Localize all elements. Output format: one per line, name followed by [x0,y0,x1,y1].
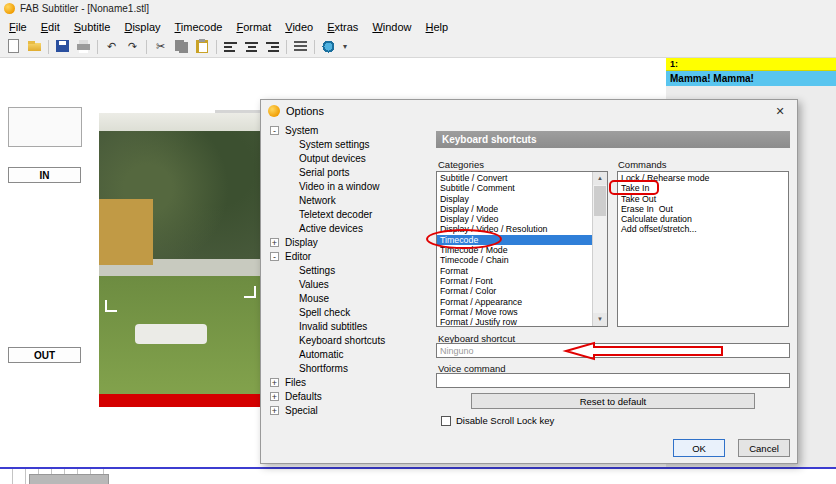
open-file-icon[interactable] [25,38,44,55]
subtitle-rows-icon[interactable] [291,38,310,55]
expand-icon[interactable]: + [270,378,279,387]
tree-item-output-devices[interactable]: Output devices [267,152,435,166]
collapse-icon[interactable]: - [270,126,279,135]
checkbox-icon[interactable] [441,416,451,426]
ok-button[interactable]: OK [673,439,725,457]
menu-item-subtitle[interactable]: Subtitle [67,19,118,35]
category-display[interactable]: Display [437,194,593,204]
tree-item-video-in-a-window[interactable]: Video in a window [267,180,435,194]
voice-command-input[interactable] [436,373,790,388]
video-red-bar [99,394,262,407]
in-button[interactable]: IN [8,167,81,183]
tree-item-system-settings[interactable]: System settings [267,138,435,152]
category-display-video[interactable]: Display / Video [437,214,593,224]
checkbox-label: Disable Scroll Lock key [456,415,554,426]
categories-label: Categories [438,159,484,170]
menu-item-file[interactable]: File [2,19,34,35]
tree-item-network[interactable]: Network [267,194,435,208]
align-center-icon[interactable] [242,38,261,55]
menu-item-extras[interactable]: Extras [320,19,365,35]
category-timecode[interactable]: Timecode [437,235,593,245]
scrollbar-up-icon[interactable]: ▲ [593,172,607,185]
category-format-font[interactable]: Format / Font [437,276,593,286]
expand-icon[interactable]: + [270,406,279,415]
preview-icon[interactable] [319,38,338,55]
scrollbar-thumb[interactable] [594,186,606,216]
menu-item-video[interactable]: Video [278,19,320,35]
category-display-mode[interactable]: Display / Mode [437,204,593,214]
reset-to-default-button[interactable]: Reset to default [471,393,755,409]
tree-item-automatic[interactable]: Automatic [267,348,435,362]
tree-item-keyboard-shortcuts[interactable]: Keyboard shortcuts [267,334,435,348]
print-icon[interactable] [74,38,93,55]
copy-icon[interactable] [172,38,191,55]
tree-item-files[interactable]: +Files [267,376,435,390]
category-timecode-mode[interactable]: Timecode / Mode [437,245,593,255]
subtitle-number[interactable]: 1: [666,58,836,71]
category-subtitle-convert[interactable]: Subtitle / Convert [437,173,593,183]
command-erase-in-out[interactable]: Erase In Out [618,204,788,214]
tree-item-editor[interactable]: -Editor [267,250,435,264]
new-document-icon[interactable] [4,38,23,55]
cancel-button[interactable]: Cancel [738,439,790,457]
tree-item-mouse[interactable]: Mouse [267,292,435,306]
menu-item-window[interactable]: Window [365,19,418,35]
save-icon[interactable] [53,38,72,55]
tree-item-serial-ports[interactable]: Serial ports [267,166,435,180]
category-format-color[interactable]: Format / Color [437,286,593,296]
undo-icon[interactable]: ↶ [102,38,121,55]
category-format-appearance[interactable]: Format / Appearance [437,297,593,307]
tree-item-settings[interactable]: Settings [267,264,435,278]
menu-item-timecode[interactable]: Timecode [168,19,230,35]
category-timecode-chain[interactable]: Timecode / Chain [437,255,593,265]
expand-icon[interactable]: + [270,392,279,401]
command-take-in[interactable]: Take In [618,183,788,193]
timeline-scrollbar[interactable] [29,474,109,484]
tree-item-defaults[interactable]: +Defaults [267,390,435,404]
command-take-out[interactable]: Take Out [618,194,788,204]
categories-scrollbar[interactable]: ▲ ▼ [592,172,607,326]
toolbar: ↶↷✂▾ [0,36,836,58]
paste-icon[interactable] [193,38,212,55]
tree-item-display[interactable]: +Display [267,236,435,250]
menu-item-help[interactable]: Help [419,19,456,35]
align-left-icon[interactable] [221,38,240,55]
tree-item-invalid-subtitles[interactable]: Invalid subtitles [267,320,435,334]
disable-scroll-lock-row[interactable]: Disable Scroll Lock key [441,415,554,426]
collapse-icon[interactable]: - [270,252,279,261]
align-right-icon[interactable] [263,38,282,55]
scrollbar-down-icon[interactable]: ▼ [593,313,607,326]
menu-item-display[interactable]: Display [117,19,167,35]
command-add-offset-stretch[interactable]: Add offset/stretch... [618,224,788,234]
video-house [99,199,153,265]
category-format-move-rows[interactable]: Format / Move rows [437,307,593,317]
keyboard-shortcut-input[interactable] [436,343,790,358]
command-calculate-duration[interactable]: Calculate duration [618,214,788,224]
toolbar-separator [97,40,98,54]
dialog-title-bar[interactable]: Options ✕ [261,100,797,122]
menu-item-edit[interactable]: Edit [34,19,67,35]
tree-item-system[interactable]: -System [267,124,435,138]
category-subtitle-comment[interactable]: Subtitle / Comment [437,183,593,193]
category-format-justify-row[interactable]: Format / Justify row [437,317,593,327]
options-tree: -SystemSystem settingsOutput devicesSeri… [267,124,435,418]
options-dialog: Options ✕ -SystemSystem settingsOutput d… [260,99,798,464]
tree-item-special[interactable]: +Special [267,404,435,418]
out-button[interactable]: OUT [8,347,81,363]
menu-item-format[interactable]: Format [229,19,278,35]
video-preview [99,113,262,394]
close-icon[interactable]: ✕ [769,103,791,119]
tree-item-values[interactable]: Values [267,278,435,292]
tree-item-spell-check[interactable]: Spell check [267,306,435,320]
redo-icon[interactable]: ↷ [123,38,142,55]
tree-item-shortforms[interactable]: Shortforms [267,362,435,376]
command-lock-rehearse-mode[interactable]: Lock / Rehearse mode [618,173,788,183]
subtitle-text[interactable]: Mamma! Mamma! [666,71,836,86]
dropdown-arrow-icon[interactable]: ▾ [340,38,350,55]
tree-item-teletext-decoder[interactable]: Teletext decoder [267,208,435,222]
category-display-video-resolution[interactable]: Display / Video / Resolution [437,224,593,234]
expand-icon[interactable]: + [270,238,279,247]
category-format[interactable]: Format [437,266,593,276]
tree-item-active-devices[interactable]: Active devices [267,222,435,236]
cut-icon[interactable]: ✂ [151,38,170,55]
